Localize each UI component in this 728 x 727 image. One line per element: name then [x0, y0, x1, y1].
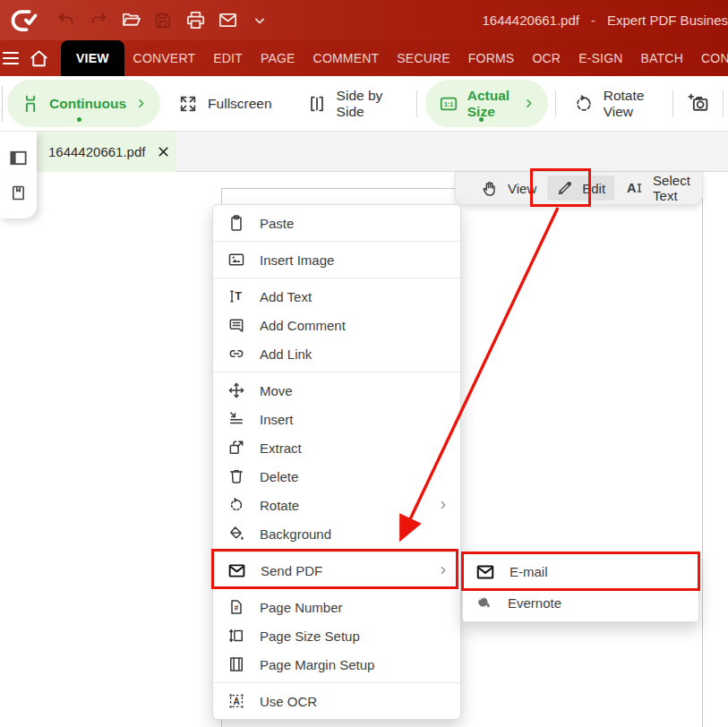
file-tab-label: 1644420661.pdf [48, 144, 145, 159]
continuous-icon [21, 94, 40, 114]
tab-batch[interactable]: BATCH [632, 40, 692, 76]
add-text-icon: T [227, 287, 245, 305]
continuous-chevron-icon [135, 98, 147, 109]
menu-item-delete[interactable]: Delete [213, 462, 460, 491]
menu-item-page-margin-setup[interactable]: Page Margin Setup [213, 650, 460, 679]
menu-item-insert[interactable]: Insert [213, 405, 460, 433]
tab-forms[interactable]: FORMS [459, 40, 524, 76]
mail-icon[interactable] [216, 9, 239, 32]
rotate-view-label: Rotate View [604, 88, 655, 120]
submenu-chevron-icon [437, 499, 450, 511]
print-icon[interactable] [184, 9, 207, 32]
toolbar-divider [555, 90, 556, 117]
save-icon[interactable] [151, 9, 175, 32]
annotation-box-edit [530, 168, 591, 207]
titlebar-quick-actions [9, 7, 276, 34]
snapshot-camera-icon[interactable] [687, 92, 709, 115]
menu-separator [213, 372, 460, 372]
fullscreen-icon [178, 94, 198, 114]
bookmarks-icon[interactable] [9, 184, 28, 202]
menu-item-page-number[interactable]: # Page Number [213, 593, 460, 621]
toolbar-divider [723, 90, 724, 117]
menu-item-add-comment[interactable]: Add Comment [213, 311, 460, 339]
fullscreen-label: Fullscreen [208, 96, 272, 112]
svg-text:T: T [235, 290, 242, 303]
window-title-file: 1644420661.pdf [482, 13, 578, 28]
page-size-icon [227, 627, 245, 645]
insert-icon [227, 410, 245, 428]
tab-secure[interactable]: SECURE [388, 40, 459, 76]
svg-text:A: A [627, 181, 637, 195]
toolbar-divider [672, 90, 673, 117]
menu-item-page-size-setup[interactable]: Page Size Setup [213, 621, 460, 650]
svg-text:#: # [235, 603, 239, 612]
menu-item-use-ocr[interactable]: A Use OCR [213, 687, 460, 715]
menu-item-background[interactable]: Background [213, 519, 460, 548]
tab-comment[interactable]: COMMENT [304, 40, 389, 76]
tab-esign[interactable]: E-SIGN [570, 40, 631, 76]
home-icon[interactable] [29, 40, 49, 76]
window-title: 1644420661.pdf - Expert PDF Busines [482, 0, 728, 40]
actual-size-button[interactable]: 1:1 Actual Size [425, 80, 548, 127]
continuous-button[interactable]: Continuous [7, 80, 160, 127]
mode-select-text-button[interactable]: A Select Text [616, 169, 700, 207]
close-tab-icon[interactable] [156, 144, 171, 159]
actual-size-label: Actual Size [467, 88, 514, 120]
chevron-down-icon[interactable] [248, 9, 271, 32]
submenu-item-evernote[interactable]: Evernote [463, 587, 698, 619]
tab-ocr[interactable]: OCR [523, 40, 570, 76]
app-logo-icon [11, 7, 38, 34]
side-by-side-label: Side by Side [337, 88, 390, 120]
move-icon [227, 381, 245, 399]
rotate-view-icon [574, 94, 594, 114]
background-icon [227, 525, 245, 543]
menu-separator [213, 278, 460, 278]
page-margin-icon [227, 655, 245, 673]
tab-page[interactable]: PAGE [252, 40, 304, 76]
context-menu: Paste Insert Image T Add Text Add Commen… [212, 204, 461, 720]
tab-edit[interactable]: EDIT [204, 40, 252, 76]
tab-convert[interactable]: CONVERT [124, 40, 205, 76]
menu-item-paste[interactable]: Paste [213, 209, 460, 237]
view-toolbar: Continuous Fullscreen Side by Side 1:1 A… [0, 76, 728, 132]
menu-item-add-text[interactable]: T Add Text [213, 282, 460, 311]
redo-icon[interactable] [87, 9, 110, 32]
side-by-side-icon [307, 94, 327, 114]
hamburger-menu-icon[interactable] [0, 40, 21, 76]
continuous-active-dot [77, 117, 81, 122]
document-tabbar: 1644420661.pdf [0, 132, 728, 172]
toolbar-divider [416, 90, 417, 117]
paste-icon [227, 214, 245, 232]
app-window: 1644420661.pdf - Expert PDF Busines VIEW… [0, 0, 728, 727]
active-file-tab[interactable]: 1644420661.pdf [36, 132, 176, 172]
side-by-side-button[interactable]: Side by Side [307, 88, 390, 120]
fullscreen-button[interactable]: Fullscreen [178, 94, 272, 114]
menu-item-extract[interactable]: Extract [213, 433, 460, 462]
annotation-box-email [461, 552, 700, 591]
annotation-box-send-pdf [211, 549, 458, 589]
menu-item-add-link[interactable]: Add Link [213, 339, 460, 368]
continuous-label: Continuous [49, 96, 126, 112]
extract-icon [227, 439, 245, 457]
menu-separator [213, 682, 460, 683]
thumbnails-panel-icon[interactable] [8, 148, 29, 168]
undo-icon[interactable] [55, 9, 78, 32]
add-link-icon [227, 345, 245, 363]
menu-item-rotate[interactable]: Rotate [213, 491, 460, 519]
insert-image-icon [227, 251, 245, 269]
open-file-icon[interactable] [119, 9, 142, 32]
window-title-app: Expert PDF Busines [607, 13, 728, 28]
tab-view[interactable]: VIEW [61, 40, 124, 76]
left-panel [0, 132, 37, 218]
titlebar: 1644420661.pdf - Expert PDF Busines [0, 0, 728, 40]
mode-select-text-label: Select Text [653, 173, 691, 203]
menu-item-move[interactable]: Move [213, 376, 460, 405]
hand-icon [481, 179, 500, 198]
menu-item-insert-image[interactable]: Insert Image [213, 245, 460, 274]
evernote-icon [475, 594, 493, 612]
menubar: VIEW CONVERT EDIT PAGE COMMENT SECURE FO… [0, 40, 728, 76]
window-title-separator: - [591, 13, 595, 28]
rotate-view-button[interactable]: Rotate View [574, 88, 655, 120]
tab-connect[interactable]: CONN [692, 40, 728, 76]
use-ocr-icon: A [227, 692, 245, 710]
